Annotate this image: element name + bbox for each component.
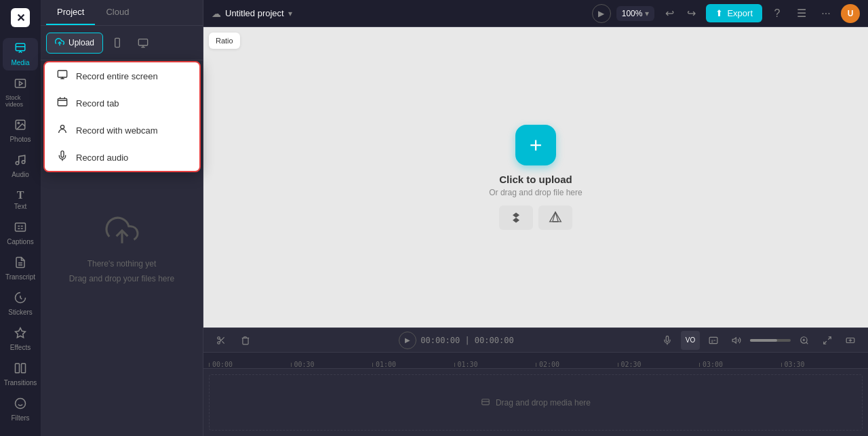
timeline-play-button[interactable]: ▶ (399, 332, 416, 349)
sidebar-item-effects[interactable]: Effects (3, 323, 38, 355)
sidebar-item-audio[interactable]: Audio (3, 150, 38, 182)
svg-rect-11 (16, 363, 20, 373)
dropdown-item-record-tab-label: Record tab (76, 98, 119, 108)
main-area: ☁ Untitled project ▾ ▶ 100% ▾ ↩ ↪ ⬆ Expo… (203, 0, 868, 436)
timeline-delete-button[interactable] (236, 331, 255, 350)
svg-line-38 (806, 342, 808, 344)
sidebar-item-stickers[interactable]: Stickers (3, 288, 38, 320)
timeline-drag-label: Drag and drop media here (496, 398, 591, 408)
svg-point-22 (60, 125, 64, 129)
svg-line-41 (828, 336, 831, 339)
logo-icon: ✕ (11, 8, 30, 27)
upload-plus-button[interactable]: + (515, 125, 556, 165)
transitions-icon (14, 362, 26, 378)
cloud-upload-icon (105, 214, 139, 254)
zoom-control[interactable]: 100% ▾ (616, 6, 655, 21)
svg-point-6 (22, 161, 25, 164)
volume-icon (727, 331, 746, 350)
timeline-settings-button[interactable] (841, 331, 860, 350)
tab-project[interactable]: Project (46, 0, 95, 25)
user-avatar[interactable]: U (841, 4, 860, 23)
dropdown-item-record-audio[interactable]: Record audio (45, 144, 199, 171)
sidebar-item-photos-label: Photos (9, 136, 31, 143)
svg-rect-7 (16, 223, 26, 231)
topbar-controls: ▶ 100% ▾ ↩ ↪ ⬆ Export ? ☰ ··· U (592, 4, 860, 23)
upload-btn-label: Upload (68, 38, 94, 47)
tab-cloud[interactable]: Cloud (95, 0, 140, 25)
sidebar: ✕ Media Stock videos Photos Audio T Text… (0, 0, 41, 436)
ratio-label: Ratio (216, 37, 233, 45)
sidebar-item-text-label: Text (14, 203, 26, 210)
record-audio-icon (56, 151, 69, 164)
upload-click-label[interactable]: Click to upload (499, 174, 572, 185)
microphone-button[interactable] (658, 331, 677, 350)
canvas-area: Ratio + Click to upload Or drag and drop… (203, 27, 868, 328)
topbar-play-button[interactable]: ▶ (592, 4, 611, 23)
help-button[interactable]: ? (768, 4, 787, 23)
record-dropdown-menu: Record entire screen Record tab Record w… (43, 61, 201, 172)
panel-empty-sublabel: Drag and drop your files here (69, 274, 174, 283)
upload-button[interactable]: Upload (46, 33, 103, 54)
sidebar-item-transcript-label: Transcript (5, 273, 35, 281)
audio-icon (14, 154, 26, 170)
list-button[interactable]: ☰ (792, 4, 811, 23)
svg-rect-1 (16, 79, 26, 87)
sidebar-item-transitions[interactable]: Transitions (3, 358, 38, 391)
timeline: ▶ 00:00:00 | 00:00:00 VO (203, 328, 868, 436)
undo-button[interactable]: ↩ (660, 4, 679, 23)
svg-rect-20 (58, 71, 66, 77)
dropbox-button[interactable] (499, 205, 533, 230)
export-btn-label: Export (727, 8, 753, 18)
record-screen-icon (56, 69, 69, 83)
project-dropdown-chevron[interactable]: ▾ (288, 9, 292, 18)
timeline-drop-zone[interactable]: Drag and drop media here (209, 374, 863, 431)
dropdown-item-record-webcam[interactable]: Record with webcam (45, 117, 199, 144)
project-title-area: ☁ Untitled project ▾ (212, 8, 292, 19)
sidebar-item-photos[interactable]: Photos (3, 115, 38, 147)
cloud-icon: ☁ (212, 8, 221, 19)
svg-rect-12 (22, 363, 26, 373)
screen-record-btn[interactable] (132, 31, 155, 54)
effects-icon (14, 327, 26, 342)
mobile-upload-btn[interactable] (106, 31, 129, 54)
timeline-cut-button[interactable] (212, 331, 231, 350)
timeline-fullscreen-button[interactable] (818, 331, 837, 350)
svg-line-32 (222, 341, 224, 343)
dropdown-item-record-tab[interactable]: Record tab (45, 90, 199, 117)
svg-marker-36 (732, 337, 736, 342)
plus-icon: + (530, 133, 542, 158)
sidebar-item-captions[interactable]: Captions (3, 217, 38, 250)
sidebar-item-media[interactable]: Media (3, 38, 38, 71)
timeline-right-controls: VO (658, 331, 860, 350)
upload-icon (55, 37, 64, 49)
volume-slider[interactable] (750, 339, 791, 342)
captions-timeline-button[interactable] (704, 331, 723, 350)
more-options-button[interactable]: ··· (816, 4, 835, 23)
google-drive-button[interactable] (538, 205, 572, 230)
export-button[interactable]: ⬆ Export (706, 4, 762, 22)
filters-icon (14, 397, 26, 413)
topbar: ☁ Untitled project ▾ ▶ 100% ▾ ↩ ↪ ⬆ Expo… (203, 0, 868, 27)
redo-button[interactable]: ↪ (682, 4, 701, 23)
captions-icon (14, 221, 26, 237)
dropdown-item-record-screen[interactable]: Record entire screen (45, 62, 199, 90)
svg-marker-2 (20, 81, 23, 85)
sidebar-item-text[interactable]: T Text (3, 185, 38, 214)
undo-redo-controls: ↩ ↪ (660, 4, 701, 23)
svg-line-33 (220, 338, 221, 340)
sidebar-item-filters[interactable]: Filters (3, 393, 38, 426)
timeline-toolbar: ▶ 00:00:00 | 00:00:00 VO (203, 328, 868, 353)
transcript-icon (14, 256, 26, 272)
svg-rect-35 (709, 337, 717, 343)
voiceover-button[interactable]: VO (681, 331, 700, 350)
upload-service-buttons (499, 205, 572, 230)
zoom-in-button[interactable] (795, 331, 814, 350)
ratio-badge[interactable]: Ratio (209, 33, 240, 49)
sidebar-item-captions-label: Captions (7, 238, 33, 245)
sidebar-item-stock-label: Stock videos (5, 94, 35, 108)
timeline-tracks: Drag and drop media here (203, 369, 868, 436)
sidebar-item-transcript[interactable]: Transcript (3, 252, 38, 285)
svg-rect-19 (138, 39, 147, 45)
sidebar-item-transitions-label: Transitions (4, 379, 37, 387)
sidebar-item-stock-videos[interactable]: Stock videos (3, 73, 38, 112)
